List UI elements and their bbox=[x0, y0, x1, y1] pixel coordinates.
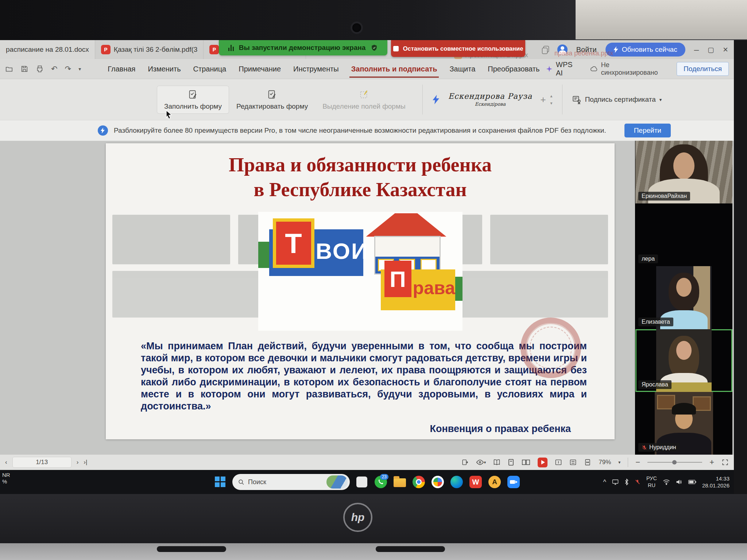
edge-icon[interactable] bbox=[450, 475, 464, 489]
participant-tile[interactable]: лера bbox=[635, 203, 732, 266]
sync-status[interactable]: Не синхронизировано bbox=[590, 61, 667, 77]
save-icon[interactable] bbox=[20, 65, 28, 73]
laptop-screen: расписание на 28.01.docx Қазақ тілі 36 2… bbox=[0, 40, 734, 494]
menu-convert[interactable]: Преобразовать bbox=[481, 62, 546, 76]
stop-sharing-button[interactable]: Остановить совместное использование bbox=[391, 40, 525, 57]
last-page-button[interactable]: ›| bbox=[84, 459, 87, 466]
multi-window-icon[interactable] bbox=[542, 46, 549, 53]
zoom-level[interactable]: 79% bbox=[599, 459, 611, 466]
wps-ai-button[interactable]: WPS AI bbox=[546, 61, 581, 77]
add-signature-button[interactable]: + bbox=[540, 94, 546, 105]
print-icon[interactable] bbox=[36, 65, 44, 73]
wps-office-icon[interactable] bbox=[469, 475, 483, 489]
tray-expand-chevron[interactable]: ^ bbox=[603, 478, 606, 486]
whatsapp-badge: 23 bbox=[380, 474, 388, 480]
highlight-fields-button[interactable]: Выделение полей формы bbox=[315, 86, 413, 114]
chrome-icon[interactable] bbox=[412, 475, 426, 489]
hand-tool-icon[interactable] bbox=[461, 459, 469, 466]
menu-page[interactable]: Страница bbox=[187, 62, 233, 76]
fit-width-icon[interactable] bbox=[584, 459, 591, 466]
display-icon[interactable] bbox=[612, 479, 619, 485]
next-page-button[interactable]: › bbox=[77, 459, 79, 466]
document-viewport[interactable]: Права и обязанности ребенка в Республике… bbox=[0, 141, 734, 454]
slide-attribution: Конвенция о правах ребенка bbox=[430, 423, 571, 435]
taskbar-search[interactable]: Поиск bbox=[232, 474, 350, 490]
signature-widget[interactable]: Ескендирова Рауза Ескендірова + ▴▾ bbox=[432, 92, 553, 107]
participant-tile[interactable]: ЕркиноваРайхан bbox=[635, 141, 732, 203]
menu-edit[interactable]: Изменить bbox=[142, 62, 187, 76]
fit-page-icon[interactable] bbox=[569, 459, 577, 466]
tab-schedule-doc[interactable]: расписание на 28.01.docx bbox=[0, 40, 95, 59]
photos-icon[interactable] bbox=[431, 475, 445, 489]
zoom-app-icon[interactable] bbox=[507, 475, 520, 489]
minimize-button[interactable]: – bbox=[694, 45, 699, 54]
pro-go-button[interactable]: Перейти bbox=[624, 124, 671, 137]
zoom-in-button[interactable]: + bbox=[709, 458, 714, 467]
chevron-down-icon[interactable]: ▾ bbox=[618, 460, 620, 465]
close-button[interactable]: × bbox=[723, 45, 728, 54]
file-explorer-icon[interactable] bbox=[393, 475, 407, 489]
certificate-sign-button[interactable]: Подпись сертификата ▾ bbox=[572, 95, 662, 104]
search-highlight-thumbnail[interactable] bbox=[326, 475, 348, 489]
taskbar-clock[interactable]: 14:33 28.01.2026 bbox=[702, 475, 729, 489]
participant-tile-active-speaker[interactable]: Ярослава bbox=[635, 329, 732, 392]
windows-start-button[interactable] bbox=[213, 475, 227, 489]
tab-child-rights-ppt[interactable]: права ребенка.pptx bbox=[554, 50, 613, 57]
pro-lightning-icon bbox=[98, 125, 108, 136]
menu-fill-and-sign[interactable]: Заполнить и подписать bbox=[345, 62, 444, 76]
whatsapp-icon[interactable]: 23 bbox=[374, 475, 388, 489]
house-roof bbox=[366, 213, 446, 237]
single-page-icon[interactable] bbox=[508, 459, 514, 466]
read-mode-icon[interactable]: ▾ bbox=[476, 459, 486, 465]
actual-size-icon[interactable] bbox=[555, 459, 562, 466]
zoom-out-button[interactable]: − bbox=[635, 458, 640, 467]
search-placeholder: Поиск bbox=[248, 478, 266, 486]
battery-icon[interactable] bbox=[688, 480, 696, 484]
chevron-down-icon[interactable]: ▾ bbox=[78, 66, 81, 72]
volume-icon[interactable] bbox=[676, 479, 682, 485]
tab-label: расписание на 28.01.docx bbox=[6, 46, 89, 54]
wifi-icon[interactable] bbox=[663, 479, 670, 485]
undo-icon[interactable]: ↶ bbox=[51, 65, 58, 73]
participant-tile[interactable]: Елизавета bbox=[635, 266, 732, 329]
menu-comment[interactable]: Примечание bbox=[232, 62, 287, 76]
app-icon-a[interactable] bbox=[488, 475, 502, 489]
fullscreen-icon[interactable] bbox=[721, 459, 729, 466]
zoom-slider[interactable] bbox=[647, 462, 702, 463]
fill-form-button[interactable]: Заполнить форму bbox=[157, 86, 229, 114]
slide-title: Права и обязанности ребенка в Республике… bbox=[106, 153, 615, 202]
edit-form-button[interactable]: Редактировать форму bbox=[229, 86, 315, 114]
open-folder-icon[interactable] bbox=[5, 65, 13, 73]
slideshow-play-button[interactable] bbox=[538, 458, 547, 467]
highlight-fields-label: Выделение полей формы bbox=[322, 102, 405, 110]
bluetooth-icon[interactable] bbox=[624, 479, 629, 485]
laptop-base bbox=[0, 543, 747, 560]
menu-protect[interactable]: Защита bbox=[443, 62, 481, 76]
two-page-icon[interactable] bbox=[522, 459, 530, 466]
zoom-slider-thumb[interactable] bbox=[672, 460, 677, 464]
slide-quote: «Мы принимаем План действий, будучи увер… bbox=[141, 340, 587, 412]
share-button[interactable]: Поделиться bbox=[677, 62, 729, 76]
page-indicator[interactable]: 1/13 bbox=[12, 457, 71, 468]
prev-page-button[interactable]: ‹ bbox=[5, 459, 7, 466]
participant-tile[interactable]: Нуриддин bbox=[635, 392, 732, 455]
mic-muted-icon bbox=[642, 445, 647, 450]
tab-kazakh-pdf-1[interactable]: Қазақ тілі 36 2-бөлім.pdf(3 bbox=[95, 40, 204, 59]
participant-name: Нуриддин bbox=[638, 443, 680, 452]
tab-label: Қазақ тілі 36 2-бөлім.pdf(3 bbox=[114, 46, 198, 54]
restore-button[interactable]: ▢ bbox=[708, 46, 714, 53]
spread-view-icon[interactable] bbox=[493, 459, 500, 466]
keyboard-language[interactable]: РУС RU bbox=[646, 475, 657, 489]
redo-icon[interactable]: ↷ bbox=[65, 65, 71, 73]
toolbar-divider bbox=[422, 85, 423, 114]
signature-scroll[interactable]: ▴▾ bbox=[550, 94, 553, 105]
screen-share-banner-text: Вы запустили демонстрацию экрана bbox=[239, 44, 366, 52]
menu-tools[interactable]: Инструменты bbox=[287, 62, 345, 76]
edit-form-label: Редактировать форму bbox=[236, 102, 308, 110]
divider bbox=[628, 458, 628, 467]
windows-taskbar: NR % Поиск 23 bbox=[0, 470, 734, 494]
update-now-button[interactable]: Обновить сейчас bbox=[605, 43, 685, 57]
app-icon-white[interactable] bbox=[355, 475, 369, 489]
mic-muted-tray-icon[interactable] bbox=[635, 479, 640, 485]
menu-home[interactable]: Главная bbox=[101, 62, 142, 76]
